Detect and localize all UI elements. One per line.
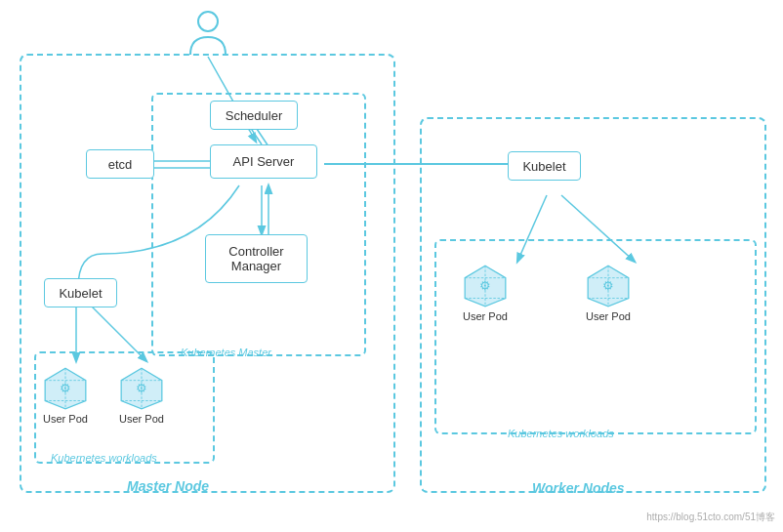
controller-manager-label: ControllerManager: [228, 244, 283, 273]
api-server-box: API Server: [210, 144, 317, 179]
svg-text:⚙: ⚙: [479, 278, 491, 293]
scheduler-label: Scheduler: [226, 108, 283, 123]
kubelet-worker-label: Kubelet: [522, 159, 565, 174]
api-server-label: API Server: [233, 154, 295, 169]
kubelet-master-label: Kubelet: [59, 286, 102, 301]
kubernetes-workloads-right-label: Kubernetes workloads: [508, 428, 614, 439]
kubelet-worker-box: Kubelet: [508, 151, 581, 181]
svg-text:⚙: ⚙: [136, 381, 147, 395]
scheduler-box: Scheduler: [210, 101, 298, 130]
kubelet-master-box: Kubelet: [44, 278, 117, 307]
etcd-label: etcd: [108, 157, 133, 172]
user-pod-label-4: User Pod: [586, 310, 631, 322]
user-pod-label-1: User Pod: [43, 413, 88, 425]
master-node-label: Master Node: [127, 478, 209, 494]
svg-text:⚙: ⚙: [60, 381, 71, 395]
user-pod-label-2: User Pod: [119, 413, 164, 425]
svg-text:⚙: ⚙: [602, 278, 614, 293]
watermark: https://blog.51cto.com/51博客: [646, 511, 775, 524]
controller-manager-box: ControllerManager: [205, 234, 308, 283]
user-pod-right-1: ⚙ User Pod: [461, 262, 510, 322]
svg-point-12: [198, 12, 218, 31]
pod-cube-icon-3: ⚙: [461, 262, 510, 310]
kubernetes-master-region: [151, 93, 366, 356]
user-pod-left-1: ⚙ User Pod: [41, 364, 90, 425]
pod-cube-icon-4: ⚙: [584, 262, 633, 310]
pod-cube-icon-1: ⚙: [41, 364, 90, 413]
user-pod-left-2: ⚙ User Pod: [117, 364, 166, 425]
user-pod-label-3: User Pod: [463, 310, 508, 322]
etcd-box: etcd: [86, 149, 154, 179]
pod-cube-icon-2: ⚙: [117, 364, 166, 413]
user-pod-right-2: ⚙ User Pod: [584, 262, 633, 322]
worker-nodes-label: Worker Nodes: [532, 480, 625, 496]
kubernetes-workloads-left-label: Kubernetes workloads: [51, 452, 157, 464]
diagram: Master Node Worker Nodes Kubernetes Mast…: [0, 0, 783, 532]
user-icon: [188, 10, 227, 54]
